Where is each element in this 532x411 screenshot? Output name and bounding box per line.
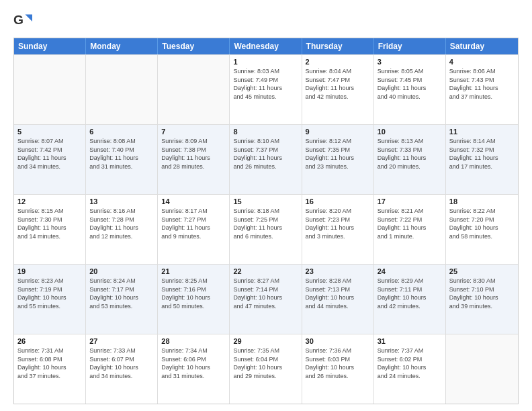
empty-cell (158, 55, 230, 124)
day-number: 4 (449, 58, 515, 66)
day-info: Sunrise: 8:28 AM Sunset: 7:13 PM Dayligh… (306, 277, 370, 310)
calendar-row: 19Sunrise: 8:23 AM Sunset: 7:19 PM Dayli… (14, 264, 518, 334)
day-number: 1 (233, 58, 298, 66)
day-number: 24 (378, 267, 442, 275)
day-cell: 26Sunrise: 7:31 AM Sunset: 6:08 PM Dayli… (14, 334, 86, 404)
empty-cell (14, 55, 86, 124)
day-info: Sunrise: 8:25 AM Sunset: 7:16 PM Dayligh… (161, 277, 226, 310)
day-number: 15 (233, 197, 298, 205)
day-number: 28 (161, 337, 226, 345)
weekday-header: Wednesday (230, 38, 302, 54)
day-cell: 20Sunrise: 8:24 AM Sunset: 7:17 PM Dayli… (86, 265, 158, 334)
svg-marker-1 (26, 15, 33, 22)
day-number: 12 (17, 197, 82, 205)
day-info: Sunrise: 8:30 AM Sunset: 7:10 PM Dayligh… (449, 277, 515, 310)
day-number: 2 (306, 58, 370, 66)
day-number: 21 (161, 267, 226, 275)
day-info: Sunrise: 7:36 AM Sunset: 6:03 PM Dayligh… (306, 347, 370, 380)
day-cell: 12Sunrise: 8:15 AM Sunset: 7:30 PM Dayli… (14, 195, 86, 264)
day-info: Sunrise: 8:13 AM Sunset: 7:33 PM Dayligh… (378, 137, 442, 171)
day-info: Sunrise: 8:04 AM Sunset: 7:47 PM Dayligh… (306, 67, 370, 101)
day-cell: 3Sunrise: 8:05 AM Sunset: 7:45 PM Daylig… (374, 55, 446, 124)
weekday-header: Saturday (446, 38, 518, 54)
day-cell: 8Sunrise: 8:10 AM Sunset: 7:37 PM Daylig… (230, 125, 302, 194)
calendar-header: SundayMondayTuesdayWednesdayThursdayFrid… (14, 38, 518, 54)
day-cell: 17Sunrise: 8:21 AM Sunset: 7:22 PM Dayli… (374, 195, 446, 264)
day-cell: 23Sunrise: 8:28 AM Sunset: 7:13 PM Dayli… (302, 265, 374, 334)
day-number: 5 (17, 128, 82, 136)
day-info: Sunrise: 8:23 AM Sunset: 7:19 PM Dayligh… (17, 277, 82, 310)
day-number: 19 (17, 267, 82, 275)
day-cell: 25Sunrise: 8:30 AM Sunset: 7:10 PM Dayli… (446, 265, 518, 334)
day-cell: 24Sunrise: 8:29 AM Sunset: 7:11 PM Dayli… (374, 265, 446, 334)
day-cell: 30Sunrise: 7:36 AM Sunset: 6:03 PM Dayli… (302, 334, 374, 404)
day-number: 26 (17, 337, 82, 345)
day-number: 13 (89, 197, 154, 205)
day-cell: 10Sunrise: 8:13 AM Sunset: 7:33 PM Dayli… (374, 125, 446, 194)
day-number: 20 (89, 267, 154, 275)
day-cell: 31Sunrise: 7:37 AM Sunset: 6:02 PM Dayli… (374, 334, 446, 404)
empty-cell (86, 55, 158, 124)
day-cell: 15Sunrise: 8:18 AM Sunset: 7:25 PM Dayli… (230, 195, 302, 264)
day-number: 25 (449, 267, 515, 275)
calendar-row: 26Sunrise: 7:31 AM Sunset: 6:08 PM Dayli… (14, 334, 518, 404)
day-info: Sunrise: 8:14 AM Sunset: 7:32 PM Dayligh… (449, 137, 515, 171)
day-number: 30 (306, 337, 370, 345)
empty-cell (446, 334, 518, 404)
day-number: 23 (306, 267, 370, 275)
day-cell: 19Sunrise: 8:23 AM Sunset: 7:19 PM Dayli… (14, 265, 86, 334)
day-number: 29 (233, 337, 298, 345)
day-number: 18 (449, 197, 515, 205)
calendar-body: 1Sunrise: 8:03 AM Sunset: 7:49 PM Daylig… (14, 54, 518, 404)
calendar-row: 1Sunrise: 8:03 AM Sunset: 7:49 PM Daylig… (14, 54, 518, 124)
weekday-header: Thursday (302, 38, 374, 54)
day-info: Sunrise: 7:33 AM Sunset: 6:07 PM Dayligh… (89, 347, 154, 380)
day-info: Sunrise: 8:29 AM Sunset: 7:11 PM Dayligh… (378, 277, 442, 310)
day-info: Sunrise: 8:22 AM Sunset: 7:20 PM Dayligh… (449, 207, 515, 240)
day-number: 6 (89, 128, 154, 136)
day-cell: 27Sunrise: 7:33 AM Sunset: 6:07 PM Dayli… (86, 334, 158, 404)
day-cell: 2Sunrise: 8:04 AM Sunset: 7:47 PM Daylig… (302, 55, 374, 124)
weekday-header: Monday (86, 38, 158, 54)
calendar: SundayMondayTuesdayWednesdayThursdayFrid… (13, 38, 519, 404)
weekday-header: Friday (374, 38, 446, 54)
calendar-row: 5Sunrise: 8:07 AM Sunset: 7:42 PM Daylig… (14, 124, 518, 194)
day-number: 9 (306, 128, 370, 136)
day-number: 16 (306, 197, 370, 205)
day-info: Sunrise: 8:08 AM Sunset: 7:40 PM Dayligh… (89, 137, 154, 171)
day-number: 10 (378, 128, 442, 136)
day-number: 14 (161, 197, 226, 205)
day-info: Sunrise: 7:37 AM Sunset: 6:02 PM Dayligh… (378, 347, 442, 380)
day-number: 17 (378, 197, 442, 205)
day-info: Sunrise: 8:05 AM Sunset: 7:45 PM Dayligh… (378, 67, 442, 101)
day-info: Sunrise: 8:15 AM Sunset: 7:30 PM Dayligh… (17, 207, 82, 240)
weekday-header: Tuesday (158, 38, 230, 54)
svg-text:G: G (13, 13, 24, 27)
day-info: Sunrise: 8:06 AM Sunset: 7:43 PM Dayligh… (449, 67, 515, 101)
day-cell: 4Sunrise: 8:06 AM Sunset: 7:43 PM Daylig… (446, 55, 518, 124)
day-number: 3 (378, 58, 442, 66)
day-info: Sunrise: 8:03 AM Sunset: 7:49 PM Dayligh… (233, 67, 298, 101)
logo: G (13, 12, 35, 31)
day-cell: 6Sunrise: 8:08 AM Sunset: 7:40 PM Daylig… (86, 125, 158, 194)
day-number: 8 (233, 128, 298, 136)
day-number: 31 (378, 337, 442, 345)
day-cell: 9Sunrise: 8:12 AM Sunset: 7:35 PM Daylig… (302, 125, 374, 194)
day-info: Sunrise: 8:07 AM Sunset: 7:42 PM Dayligh… (17, 137, 82, 171)
page-header: G (13, 12, 519, 31)
day-cell: 11Sunrise: 8:14 AM Sunset: 7:32 PM Dayli… (446, 125, 518, 194)
day-info: Sunrise: 7:34 AM Sunset: 6:06 PM Dayligh… (161, 347, 226, 380)
day-info: Sunrise: 8:21 AM Sunset: 7:22 PM Dayligh… (378, 207, 442, 240)
day-cell: 7Sunrise: 8:09 AM Sunset: 7:38 PM Daylig… (158, 125, 230, 194)
day-cell: 13Sunrise: 8:16 AM Sunset: 7:28 PM Dayli… (86, 195, 158, 264)
day-info: Sunrise: 7:31 AM Sunset: 6:08 PM Dayligh… (17, 347, 82, 380)
day-info: Sunrise: 8:18 AM Sunset: 7:25 PM Dayligh… (233, 207, 298, 240)
day-cell: 22Sunrise: 8:27 AM Sunset: 7:14 PM Dayli… (230, 265, 302, 334)
day-cell: 16Sunrise: 8:20 AM Sunset: 7:23 PM Dayli… (302, 195, 374, 264)
day-number: 7 (161, 128, 226, 136)
day-number: 11 (449, 128, 515, 136)
day-info: Sunrise: 8:27 AM Sunset: 7:14 PM Dayligh… (233, 277, 298, 310)
day-cell: 21Sunrise: 8:25 AM Sunset: 7:16 PM Dayli… (158, 265, 230, 334)
day-info: Sunrise: 8:20 AM Sunset: 7:23 PM Dayligh… (306, 207, 370, 240)
day-cell: 29Sunrise: 7:35 AM Sunset: 6:04 PM Dayli… (230, 334, 302, 404)
